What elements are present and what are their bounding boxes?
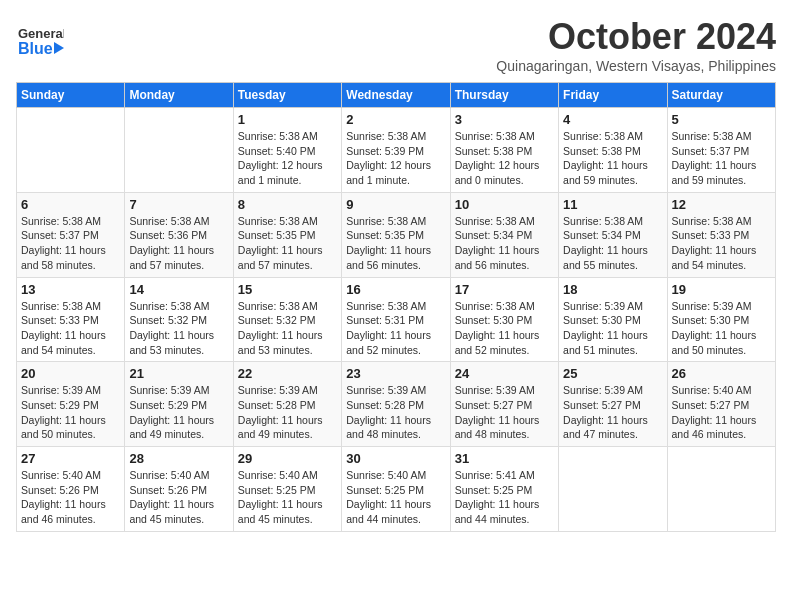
cell-date-number: 11	[563, 197, 662, 212]
calendar-cell: 15Sunrise: 5:38 AM Sunset: 5:32 PM Dayli…	[233, 277, 341, 362]
calendar-cell: 8Sunrise: 5:38 AM Sunset: 5:35 PM Daylig…	[233, 192, 341, 277]
calendar-week-row: 27Sunrise: 5:40 AM Sunset: 5:26 PM Dayli…	[17, 447, 776, 532]
day-header: Tuesday	[233, 83, 341, 108]
calendar-cell: 6Sunrise: 5:38 AM Sunset: 5:37 PM Daylig…	[17, 192, 125, 277]
cell-date-number: 12	[672, 197, 771, 212]
svg-text:Blue: Blue	[18, 40, 53, 57]
cell-date-number: 29	[238, 451, 337, 466]
cell-info: Sunrise: 5:39 AM Sunset: 5:30 PM Dayligh…	[563, 299, 662, 358]
calendar-cell: 26Sunrise: 5:40 AM Sunset: 5:27 PM Dayli…	[667, 362, 775, 447]
cell-date-number: 3	[455, 112, 554, 127]
cell-info: Sunrise: 5:39 AM Sunset: 5:29 PM Dayligh…	[21, 383, 120, 442]
cell-info: Sunrise: 5:39 AM Sunset: 5:28 PM Dayligh…	[346, 383, 445, 442]
day-header: Friday	[559, 83, 667, 108]
day-header: Saturday	[667, 83, 775, 108]
calendar-cell: 18Sunrise: 5:39 AM Sunset: 5:30 PM Dayli…	[559, 277, 667, 362]
page-header: General Blue October 2024 Quinagaringan,…	[16, 16, 776, 74]
calendar-cell: 14Sunrise: 5:38 AM Sunset: 5:32 PM Dayli…	[125, 277, 233, 362]
cell-info: Sunrise: 5:38 AM Sunset: 5:36 PM Dayligh…	[129, 214, 228, 273]
cell-info: Sunrise: 5:39 AM Sunset: 5:30 PM Dayligh…	[672, 299, 771, 358]
cell-date-number: 18	[563, 282, 662, 297]
cell-date-number: 23	[346, 366, 445, 381]
cell-info: Sunrise: 5:38 AM Sunset: 5:31 PM Dayligh…	[346, 299, 445, 358]
cell-info: Sunrise: 5:38 AM Sunset: 5:39 PM Dayligh…	[346, 129, 445, 188]
svg-text:General: General	[18, 26, 64, 41]
location-subtitle: Quinagaringan, Western Visayas, Philippi…	[496, 58, 776, 74]
cell-date-number: 8	[238, 197, 337, 212]
calendar-cell: 1Sunrise: 5:38 AM Sunset: 5:40 PM Daylig…	[233, 108, 341, 193]
cell-info: Sunrise: 5:38 AM Sunset: 5:37 PM Dayligh…	[672, 129, 771, 188]
cell-date-number: 31	[455, 451, 554, 466]
cell-info: Sunrise: 5:40 AM Sunset: 5:26 PM Dayligh…	[21, 468, 120, 527]
cell-date-number: 10	[455, 197, 554, 212]
calendar-cell: 13Sunrise: 5:38 AM Sunset: 5:33 PM Dayli…	[17, 277, 125, 362]
cell-info: Sunrise: 5:39 AM Sunset: 5:27 PM Dayligh…	[563, 383, 662, 442]
calendar-cell: 5Sunrise: 5:38 AM Sunset: 5:37 PM Daylig…	[667, 108, 775, 193]
cell-info: Sunrise: 5:40 AM Sunset: 5:25 PM Dayligh…	[346, 468, 445, 527]
calendar-cell: 16Sunrise: 5:38 AM Sunset: 5:31 PM Dayli…	[342, 277, 450, 362]
cell-info: Sunrise: 5:38 AM Sunset: 5:32 PM Dayligh…	[129, 299, 228, 358]
cell-date-number: 22	[238, 366, 337, 381]
calendar-cell: 9Sunrise: 5:38 AM Sunset: 5:35 PM Daylig…	[342, 192, 450, 277]
cell-date-number: 16	[346, 282, 445, 297]
cell-date-number: 25	[563, 366, 662, 381]
cell-info: Sunrise: 5:38 AM Sunset: 5:38 PM Dayligh…	[455, 129, 554, 188]
calendar-cell: 17Sunrise: 5:38 AM Sunset: 5:30 PM Dayli…	[450, 277, 558, 362]
day-header: Monday	[125, 83, 233, 108]
calendar-cell: 19Sunrise: 5:39 AM Sunset: 5:30 PM Dayli…	[667, 277, 775, 362]
calendar-cell: 25Sunrise: 5:39 AM Sunset: 5:27 PM Dayli…	[559, 362, 667, 447]
cell-date-number: 15	[238, 282, 337, 297]
calendar-table: SundayMondayTuesdayWednesdayThursdayFrid…	[16, 82, 776, 532]
cell-date-number: 6	[21, 197, 120, 212]
cell-date-number: 20	[21, 366, 120, 381]
calendar-cell: 31Sunrise: 5:41 AM Sunset: 5:25 PM Dayli…	[450, 447, 558, 532]
calendar-cell: 20Sunrise: 5:39 AM Sunset: 5:29 PM Dayli…	[17, 362, 125, 447]
day-header: Sunday	[17, 83, 125, 108]
calendar-cell: 7Sunrise: 5:38 AM Sunset: 5:36 PM Daylig…	[125, 192, 233, 277]
calendar-cell: 12Sunrise: 5:38 AM Sunset: 5:33 PM Dayli…	[667, 192, 775, 277]
cell-info: Sunrise: 5:38 AM Sunset: 5:33 PM Dayligh…	[21, 299, 120, 358]
cell-date-number: 4	[563, 112, 662, 127]
cell-info: Sunrise: 5:38 AM Sunset: 5:35 PM Dayligh…	[238, 214, 337, 273]
cell-info: Sunrise: 5:38 AM Sunset: 5:30 PM Dayligh…	[455, 299, 554, 358]
cell-info: Sunrise: 5:40 AM Sunset: 5:26 PM Dayligh…	[129, 468, 228, 527]
calendar-week-row: 13Sunrise: 5:38 AM Sunset: 5:33 PM Dayli…	[17, 277, 776, 362]
calendar-cell: 22Sunrise: 5:39 AM Sunset: 5:28 PM Dayli…	[233, 362, 341, 447]
calendar-cell	[559, 447, 667, 532]
cell-info: Sunrise: 5:38 AM Sunset: 5:38 PM Dayligh…	[563, 129, 662, 188]
calendar-cell: 10Sunrise: 5:38 AM Sunset: 5:34 PM Dayli…	[450, 192, 558, 277]
logo-icon: General Blue	[16, 16, 64, 64]
cell-info: Sunrise: 5:38 AM Sunset: 5:35 PM Dayligh…	[346, 214, 445, 273]
cell-date-number: 5	[672, 112, 771, 127]
calendar-cell	[125, 108, 233, 193]
cell-date-number: 13	[21, 282, 120, 297]
calendar-week-row: 20Sunrise: 5:39 AM Sunset: 5:29 PM Dayli…	[17, 362, 776, 447]
calendar-cell: 28Sunrise: 5:40 AM Sunset: 5:26 PM Dayli…	[125, 447, 233, 532]
cell-info: Sunrise: 5:41 AM Sunset: 5:25 PM Dayligh…	[455, 468, 554, 527]
cell-info: Sunrise: 5:38 AM Sunset: 5:40 PM Dayligh…	[238, 129, 337, 188]
cell-info: Sunrise: 5:39 AM Sunset: 5:27 PM Dayligh…	[455, 383, 554, 442]
calendar-cell: 11Sunrise: 5:38 AM Sunset: 5:34 PM Dayli…	[559, 192, 667, 277]
day-header: Wednesday	[342, 83, 450, 108]
calendar-week-row: 6Sunrise: 5:38 AM Sunset: 5:37 PM Daylig…	[17, 192, 776, 277]
calendar-cell: 3Sunrise: 5:38 AM Sunset: 5:38 PM Daylig…	[450, 108, 558, 193]
cell-date-number: 2	[346, 112, 445, 127]
calendar-week-row: 1Sunrise: 5:38 AM Sunset: 5:40 PM Daylig…	[17, 108, 776, 193]
cell-info: Sunrise: 5:39 AM Sunset: 5:29 PM Dayligh…	[129, 383, 228, 442]
cell-date-number: 28	[129, 451, 228, 466]
cell-date-number: 19	[672, 282, 771, 297]
day-header: Thursday	[450, 83, 558, 108]
cell-date-number: 24	[455, 366, 554, 381]
calendar-cell: 30Sunrise: 5:40 AM Sunset: 5:25 PM Dayli…	[342, 447, 450, 532]
cell-info: Sunrise: 5:38 AM Sunset: 5:34 PM Dayligh…	[563, 214, 662, 273]
cell-info: Sunrise: 5:40 AM Sunset: 5:27 PM Dayligh…	[672, 383, 771, 442]
cell-info: Sunrise: 5:38 AM Sunset: 5:33 PM Dayligh…	[672, 214, 771, 273]
calendar-cell: 24Sunrise: 5:39 AM Sunset: 5:27 PM Dayli…	[450, 362, 558, 447]
calendar-cell	[17, 108, 125, 193]
month-title: October 2024	[496, 16, 776, 58]
calendar-cell: 27Sunrise: 5:40 AM Sunset: 5:26 PM Dayli…	[17, 447, 125, 532]
svg-marker-2	[54, 42, 64, 54]
cell-date-number: 21	[129, 366, 228, 381]
cell-date-number: 30	[346, 451, 445, 466]
cell-info: Sunrise: 5:40 AM Sunset: 5:25 PM Dayligh…	[238, 468, 337, 527]
